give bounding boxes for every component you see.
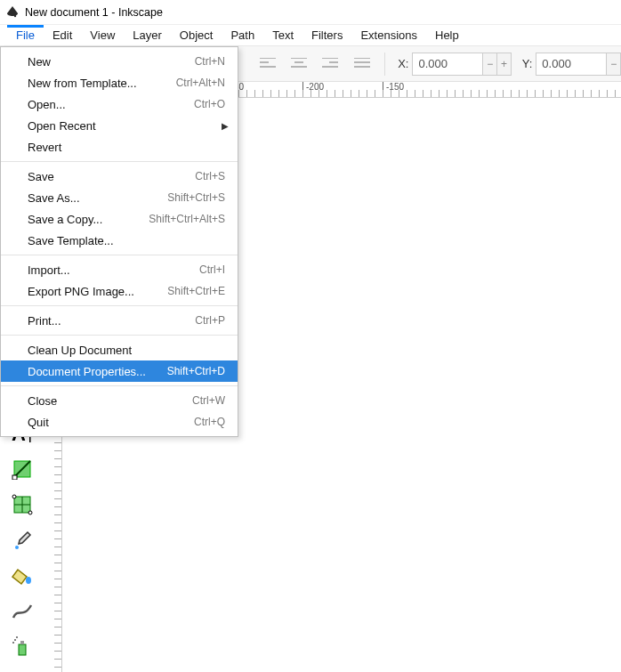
align-right-icon[interactable] (319, 52, 343, 77)
spray-tool-icon[interactable] (7, 634, 37, 660)
title-bar: New document 1 - Inkscape (0, 0, 621, 25)
menu-layer[interactable]: Layer (124, 25, 171, 45)
menu-item-label: Open... (28, 98, 194, 111)
menu-item-document-properties[interactable]: Document Properties...Shift+Ctrl+D (1, 360, 238, 382)
menu-object[interactable]: Object (171, 25, 222, 45)
menu-item-label: Clean Up Document (28, 344, 225, 357)
svg-point-8 (28, 511, 32, 514)
menu-item-label: Save As... (28, 191, 167, 205)
menu-view[interactable]: View (81, 25, 124, 45)
svg-rect-12 (20, 641, 24, 644)
gradient-tool-icon[interactable] (7, 456, 37, 482)
align-left-icon[interactable] (255, 52, 279, 77)
menu-item-label: Print... (28, 314, 195, 328)
file-menu-dropdown: NewCtrl+NNew from Template...Ctrl+Alt+NO… (0, 46, 238, 437)
menu-item-label: Import... (28, 263, 199, 277)
menu-extensions[interactable]: Extensions (351, 25, 426, 45)
menu-item-label: Document Properties... (28, 365, 167, 378)
menu-text[interactable]: Text (263, 25, 302, 45)
menu-item-label: New (28, 55, 195, 69)
svg-point-7 (12, 495, 16, 498)
menu-divider (1, 161, 238, 162)
menu-item-accelerator: Ctrl+O (194, 98, 225, 110)
menu-item-export-png-image[interactable]: Export PNG Image...Shift+Ctrl+E (1, 280, 238, 302)
menu-item-clean-up-document[interactable]: Clean Up Document (1, 339, 238, 360)
menu-item-label: Save a Copy... (28, 213, 149, 226)
menu-item-save-a-copy[interactable]: Save a Copy...Shift+Ctrl+Alt+S (1, 208, 238, 230)
x-increment-button[interactable]: + (497, 53, 512, 76)
menu-item-open[interactable]: Open...Ctrl+O (1, 93, 238, 115)
menu-item-accelerator: Ctrl+Q (194, 416, 225, 428)
menu-item-accelerator: Shift+Ctrl+D (167, 365, 225, 377)
submenu-arrow-icon: ▶ (222, 121, 229, 131)
menu-item-label: Revert (28, 141, 225, 154)
y-label: Y: (522, 57, 533, 70)
svg-point-14 (16, 636, 18, 638)
mesh-tool-icon[interactable] (7, 491, 37, 518)
x-decrement-button[interactable]: − (483, 53, 497, 76)
svg-point-10 (26, 577, 31, 584)
menu-item-open-recent[interactable]: Open Recent▶ (1, 115, 238, 136)
menu-item-accelerator: Ctrl+W (192, 394, 225, 407)
paint-bucket-tool-icon[interactable] (7, 563, 37, 589)
svg-rect-11 (19, 644, 26, 655)
inkscape-logo-icon (5, 5, 20, 20)
menu-divider (1, 305, 238, 306)
menu-item-new[interactable]: NewCtrl+N (1, 51, 238, 72)
menu-item-accelerator: Shift+Ctrl+S (167, 191, 225, 204)
menu-help[interactable]: Help (426, 25, 468, 45)
x-label: X: (398, 57, 408, 70)
toolbar-separator (384, 53, 385, 76)
menu-item-label: Open Recent (28, 119, 225, 133)
menu-item-import[interactable]: Import...Ctrl+I (1, 259, 238, 280)
menu-item-accelerator: Ctrl+P (195, 314, 225, 327)
menu-divider (1, 385, 238, 386)
svg-point-0 (14, 14, 16, 16)
menu-bar: FileEditViewLayerObjectPathTextFiltersEx… (0, 25, 621, 46)
menu-item-accelerator: Shift+Ctrl+Alt+S (149, 213, 225, 225)
menu-item-label: Save Template... (28, 234, 225, 247)
menu-path[interactable]: Path (222, 25, 263, 45)
window-title: New document 1 - Inkscape (25, 6, 163, 19)
svg-point-9 (15, 546, 19, 549)
menu-item-save-template[interactable]: Save Template... (1, 230, 238, 251)
tweak-tool-icon[interactable] (7, 598, 37, 625)
menu-item-save[interactable]: SaveCtrl+S (1, 166, 238, 187)
menu-edit[interactable]: Edit (44, 25, 81, 45)
menu-item-quit[interactable]: QuitCtrl+Q (1, 411, 238, 433)
menu-item-accelerator: Ctrl+Alt+N (176, 77, 225, 89)
menu-item-label: Close (28, 394, 192, 408)
menu-item-accelerator: Ctrl+I (199, 263, 225, 276)
svg-rect-5 (12, 475, 17, 480)
menu-item-label: Quit (28, 416, 194, 429)
menu-item-new-from-template[interactable]: New from Template...Ctrl+Alt+N (1, 72, 238, 93)
menu-item-label: New from Template... (28, 77, 176, 90)
menu-item-label: Export PNG Image... (28, 285, 167, 298)
x-coordinate-input[interactable] (412, 53, 483, 76)
y-coordinate-input[interactable] (536, 53, 607, 76)
dropper-tool-icon[interactable] (7, 527, 37, 554)
y-decrement-button[interactable]: − (607, 53, 621, 76)
menu-divider (1, 255, 238, 255)
menu-item-save-as[interactable]: Save As...Shift+Ctrl+S (1, 187, 238, 208)
svg-point-15 (12, 642, 14, 644)
align-justify-icon[interactable] (350, 52, 374, 77)
menu-item-close[interactable]: CloseCtrl+W (1, 390, 238, 411)
menu-filters[interactable]: Filters (302, 25, 351, 45)
menu-file[interactable]: File (7, 25, 44, 45)
menu-item-revert[interactable]: Revert (1, 136, 238, 158)
menu-item-accelerator: Ctrl+S (195, 170, 225, 182)
menu-item-print[interactable]: Print...Ctrl+P (1, 310, 238, 331)
align-center-icon[interactable] (286, 52, 310, 77)
menu-item-accelerator: Ctrl+N (195, 55, 225, 68)
svg-point-13 (14, 639, 16, 641)
menu-item-accelerator: Shift+Ctrl+E (167, 285, 225, 297)
menu-divider (1, 335, 238, 336)
menu-item-label: Save (28, 170, 195, 183)
